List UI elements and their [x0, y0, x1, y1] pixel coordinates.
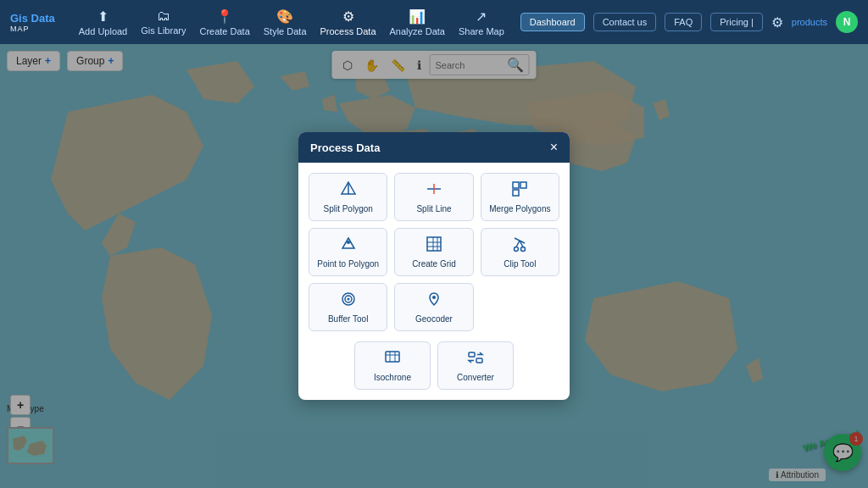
svg-point-10: [347, 241, 350, 244]
svg-rect-11: [427, 237, 441, 251]
svg-rect-6: [513, 182, 519, 188]
point-to-polygon-icon: [340, 236, 357, 256]
split-line-icon: [426, 180, 442, 201]
isochrone-icon: [384, 349, 401, 369]
svg-rect-30: [476, 358, 482, 363]
upload-icon: ⬆: [97, 8, 108, 25]
split-polygon-button[interactable]: Split Polygon: [309, 173, 387, 221]
create-icon: 📍: [216, 8, 233, 25]
logo: Gis Data MAP: [10, 12, 55, 33]
point-to-polygon-button[interactable]: Point to Polygon: [309, 228, 387, 276]
modal-row3: Isochrone Converter: [298, 341, 570, 400]
svg-point-17: [521, 247, 526, 252]
nav-analyze-data-label: Analyze Data: [390, 26, 445, 36]
share-icon: ↗: [476, 8, 487, 25]
nav-share-map[interactable]: ↗ Share Map: [459, 8, 504, 36]
svg-point-23: [347, 298, 349, 301]
geocoder-icon: [426, 291, 442, 311]
clip-tool-button[interactable]: Clip Tool: [481, 228, 559, 276]
buffer-tool-button[interactable]: Buffer Tool: [309, 283, 387, 331]
pricing-button[interactable]: Pricing |: [710, 13, 763, 31]
products-link[interactable]: products: [792, 17, 827, 27]
nav-add-upload[interactable]: ⬆ Add Upload: [79, 8, 128, 36]
nav-create-data[interactable]: 📍 Create Data: [199, 8, 249, 36]
nav-gis-library-label: Gis Library: [141, 25, 186, 36]
create-grid-icon: [426, 236, 442, 256]
logo-sub: MAP: [10, 25, 30, 33]
process-icon: ⚙: [342, 8, 354, 25]
logo-text: Gis Data: [10, 12, 55, 25]
faq-button[interactable]: FAQ: [665, 13, 702, 31]
style-icon: 🎨: [276, 8, 293, 25]
split-polygon-icon: [340, 180, 357, 201]
nav-style-data-label: Style Data: [264, 26, 307, 36]
nav-right: Dashboard Contact us FAQ Pricing | ⚙ pro…: [520, 11, 858, 33]
clip-tool-icon: [511, 236, 528, 256]
user-avatar[interactable]: N: [836, 11, 858, 33]
svg-rect-8: [513, 190, 519, 196]
modal-close-button[interactable]: ×: [550, 141, 558, 154]
modal-title: Process Data: [310, 141, 380, 154]
nav-create-data-label: Create Data: [199, 26, 249, 36]
nav-process-data-label: Process Data: [320, 26, 376, 36]
svg-rect-25: [386, 352, 399, 362]
modal-overlay[interactable]: Process Data × Split Polygon Split Line: [0, 44, 868, 488]
create-grid-button[interactable]: Create Grid: [394, 228, 473, 276]
svg-line-18: [516, 241, 520, 247]
settings-icon[interactable]: ⚙: [771, 14, 783, 30]
svg-point-16: [515, 247, 519, 252]
merge-polygons-icon: [511, 180, 528, 201]
nav-add-upload-label: Add Upload: [79, 26, 128, 36]
nav-process-data[interactable]: ⚙ Process Data: [320, 8, 376, 36]
modal-header: Process Data ×: [298, 132, 570, 163]
nav-gis-library[interactable]: 🗂 Gis Library: [141, 8, 186, 36]
navbar: Gis Data MAP ⬆ Add Upload 🗂 Gis Library …: [0, 0, 868, 44]
dashboard-button[interactable]: Dashboard: [520, 13, 585, 31]
library-icon: 🗂: [157, 8, 170, 24]
geocoder-button[interactable]: Geocoder: [394, 283, 473, 331]
map-area: ⬡ ✋ 📏 ℹ 🔍 Layer + Group + Map Type + −: [0, 44, 868, 488]
svg-rect-7: [520, 182, 526, 188]
nav-share-map-label: Share Map: [459, 26, 504, 36]
buffer-tool-icon: [340, 291, 357, 311]
contact-button[interactable]: Contact us: [593, 13, 657, 31]
converter-icon: [467, 349, 484, 369]
nav-analyze-data[interactable]: 📊 Analyze Data: [390, 8, 445, 36]
svg-rect-29: [469, 352, 475, 357]
split-line-button[interactable]: Split Line: [394, 173, 473, 221]
process-data-modal: Process Data × Split Polygon Split Line: [298, 132, 570, 400]
svg-line-20: [515, 238, 525, 243]
modal-body: Split Polygon Split Line Merge Polygons: [298, 163, 570, 341]
merge-polygons-button[interactable]: Merge Polygons: [481, 173, 559, 221]
isochrone-button[interactable]: Isochrone: [354, 341, 431, 390]
converter-button[interactable]: Converter: [437, 341, 514, 390]
analyze-icon: 📊: [409, 8, 426, 25]
svg-point-24: [432, 296, 436, 299]
nav-style-data[interactable]: 🎨 Style Data: [264, 8, 307, 36]
